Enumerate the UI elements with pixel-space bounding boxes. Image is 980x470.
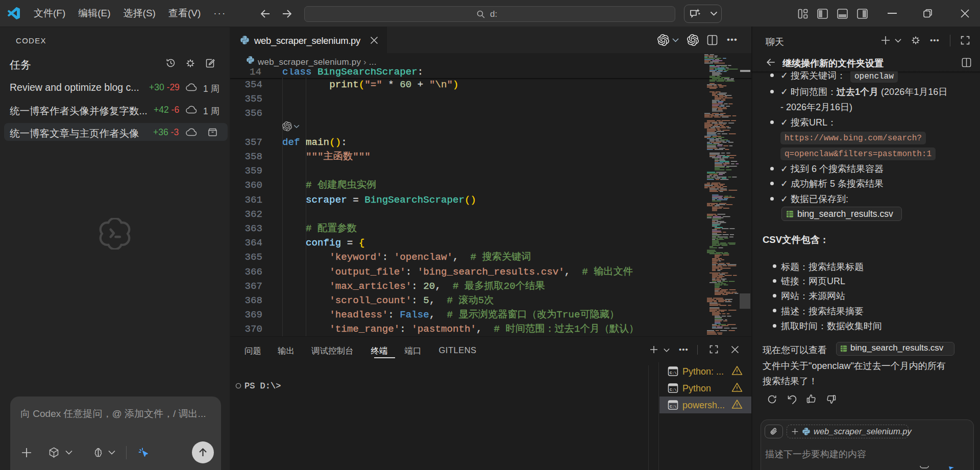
svg-text:C:\: C:\ — [670, 388, 677, 392]
svg-text:C:\: C:\ — [670, 371, 677, 375]
svg-text:C:\: C:\ — [670, 405, 677, 409]
